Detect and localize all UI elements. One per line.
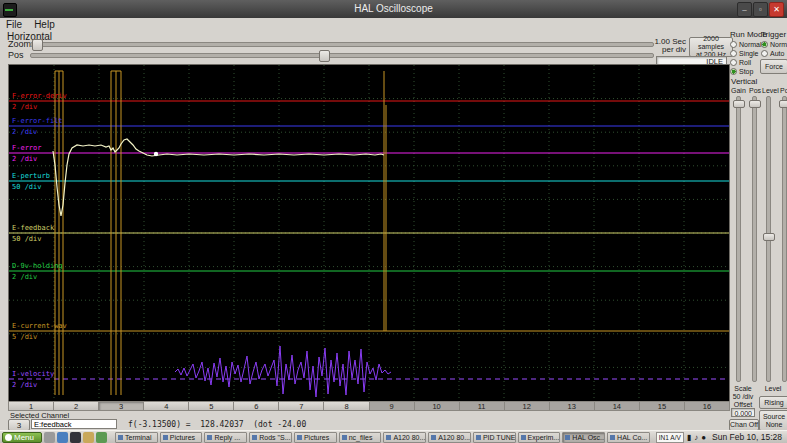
taskbar-window-button[interactable]: Terminal bbox=[115, 432, 158, 443]
window-list: TerminalPicturesReply ...Rods "S...Pictu… bbox=[115, 432, 650, 443]
channel-tab-1[interactable]: 1 bbox=[8, 401, 54, 411]
scope-display[interactable]: F-error-deriv2 /divF-error-filt2 /divF-e… bbox=[9, 65, 729, 401]
window-button-label: Terminal bbox=[125, 434, 151, 441]
trigger-source-button[interactable]: Source None bbox=[759, 410, 787, 431]
trigger-pos-slider-handle[interactable] bbox=[779, 100, 787, 108]
window-button-label: HAL Osc... bbox=[572, 434, 605, 441]
pos-slider-handle[interactable] bbox=[319, 50, 330, 62]
zoom-slider-handle[interactable] bbox=[32, 39, 43, 51]
taskbar-window-button[interactable]: HAL Osc... bbox=[562, 432, 605, 443]
radio-icon bbox=[761, 50, 768, 57]
pos-slider[interactable] bbox=[30, 53, 654, 58]
window-titlebar[interactable]: HAL Oscilloscope – ▫ ✕ bbox=[0, 0, 787, 18]
run-mode-option-roll[interactable]: Roll bbox=[730, 58, 762, 67]
maximize-button[interactable]: ▫ bbox=[753, 2, 768, 17]
menu-file[interactable]: File bbox=[0, 18, 28, 31]
channel-tab-9[interactable]: 9 bbox=[370, 401, 415, 411]
taskbar-window-button[interactable]: HAL Co... bbox=[607, 432, 650, 443]
vertical-pos-slider-handle[interactable] bbox=[749, 100, 761, 108]
trigger-pos-slider[interactable] bbox=[782, 96, 787, 382]
channel-tab-3[interactable]: 3 bbox=[99, 401, 144, 411]
channel-tab-4[interactable]: 4 bbox=[144, 401, 189, 411]
volume-icon[interactable]: ♪ bbox=[694, 432, 698, 443]
taskbar-window-button[interactable]: nc_files bbox=[339, 432, 382, 443]
menu-help[interactable]: Help bbox=[28, 18, 61, 31]
zoom-slider[interactable] bbox=[30, 42, 654, 47]
network-icon[interactable]: ▮ bbox=[687, 432, 691, 443]
channel-scale-E-perturb: 50 /div bbox=[12, 183, 42, 191]
zoom-label: Zoom bbox=[8, 39, 31, 49]
trigger-option-normal[interactable]: Normal bbox=[761, 40, 787, 49]
taskbar-window-button[interactable]: Experim... bbox=[518, 432, 561, 443]
force-button[interactable]: Force bbox=[760, 59, 787, 74]
trace-noise bbox=[175, 346, 391, 397]
channel-name-field[interactable] bbox=[31, 419, 117, 429]
gain-slider-handle[interactable] bbox=[733, 100, 745, 108]
pos-label: Pos bbox=[8, 50, 24, 60]
system-tray: IN1 A/V ▮ ♪ ● Sun Feb 10, 15:28 bbox=[656, 432, 785, 443]
files-icon[interactable] bbox=[83, 432, 94, 443]
browser-icon[interactable] bbox=[57, 432, 68, 443]
channel-tab-7[interactable]: 7 bbox=[279, 401, 324, 411]
desktop: HAL Oscilloscope – ▫ ✕ FileHelp Horizont… bbox=[0, 0, 787, 443]
channel-tab-5[interactable]: 5 bbox=[189, 401, 234, 411]
minimize-button[interactable]: – bbox=[737, 2, 752, 17]
channel-tabs: 12345678910111213141516 bbox=[8, 401, 730, 411]
rising-button[interactable]: Rising bbox=[759, 396, 787, 409]
channel-scale-D-9v-holding: 2 /div bbox=[12, 273, 37, 281]
channel-tab-15[interactable]: 15 bbox=[640, 401, 685, 411]
menu-button[interactable]: Menu bbox=[2, 432, 42, 443]
channel-tab-12[interactable]: 12 bbox=[505, 401, 550, 411]
source-value: None bbox=[766, 421, 783, 429]
vertical-pos-slider[interactable] bbox=[752, 96, 757, 382]
window-icon bbox=[610, 435, 615, 440]
scale-value: 50 /div bbox=[729, 393, 757, 400]
taskbar-window-button[interactable]: Reply ... bbox=[204, 432, 247, 443]
menu-button-label: Menu bbox=[14, 433, 34, 442]
level-readout-label: Level bbox=[759, 385, 787, 392]
updates-icon[interactable]: ● bbox=[701, 432, 706, 443]
show-desktop-icon[interactable] bbox=[44, 432, 55, 443]
trigger-level-label: Level bbox=[762, 87, 779, 94]
screenshot-icon[interactable] bbox=[96, 432, 107, 443]
run-mode-option-stop[interactable]: Stop bbox=[730, 67, 762, 76]
vertical-label: Vertical bbox=[731, 77, 757, 86]
channel-tab-11[interactable]: 11 bbox=[460, 401, 505, 411]
samples-button[interactable]: 2000 samples at 200 Hz bbox=[689, 37, 733, 57]
gain-label: Gain bbox=[731, 87, 746, 94]
trigger-option-auto[interactable]: Auto bbox=[761, 49, 787, 58]
taskbar-window-button[interactable]: Pictures bbox=[160, 432, 203, 443]
trigger-level-slider[interactable] bbox=[766, 96, 771, 382]
tray-chip[interactable]: IN1 A/V bbox=[656, 432, 684, 443]
window-title: HAL Oscilloscope bbox=[0, 3, 787, 14]
taskbar-window-button[interactable]: PID TUNE bbox=[473, 432, 516, 443]
channel-label-F-error: F-error bbox=[12, 144, 42, 152]
taskbar-window-button[interactable]: A120 80... bbox=[383, 432, 426, 443]
channel-tab-10[interactable]: 10 bbox=[415, 401, 460, 411]
rising-label: Rising bbox=[764, 399, 783, 407]
channel-tab-2[interactable]: 2 bbox=[54, 401, 99, 411]
run-mode-option-normal[interactable]: Normal bbox=[730, 40, 762, 49]
per-div-label: per div bbox=[653, 45, 686, 54]
trigger-label: Trigger bbox=[761, 30, 786, 39]
channel-tab-16[interactable]: 16 bbox=[685, 401, 730, 411]
radio-icon bbox=[730, 59, 737, 66]
window-button-label: Rods "S... bbox=[259, 434, 290, 441]
taskbar-window-button[interactable]: Pictures bbox=[294, 432, 337, 443]
channel-tab-14[interactable]: 14 bbox=[595, 401, 640, 411]
close-button[interactable]: ✕ bbox=[769, 2, 784, 17]
channel-tab-8[interactable]: 8 bbox=[324, 401, 369, 411]
channel-scale-E-current-wav: 5 /div bbox=[12, 333, 37, 341]
taskbar-window-button[interactable]: Rods "S... bbox=[249, 432, 292, 443]
terminal-icon[interactable] bbox=[70, 432, 81, 443]
run-mode-option-single[interactable]: Single bbox=[730, 49, 762, 58]
gain-slider[interactable] bbox=[736, 96, 741, 382]
taskbar-window-button[interactable]: A120 80... bbox=[428, 432, 471, 443]
window-button-label: nc_files bbox=[349, 434, 373, 441]
menu-bar: FileHelp bbox=[0, 18, 787, 31]
trigger-level-slider-handle[interactable] bbox=[763, 233, 775, 241]
channel-tab-13[interactable]: 13 bbox=[550, 401, 595, 411]
radio-icon bbox=[730, 68, 737, 75]
channel-tab-6[interactable]: 6 bbox=[234, 401, 279, 411]
run-mode-options: NormalSingleRollStop bbox=[730, 40, 762, 76]
